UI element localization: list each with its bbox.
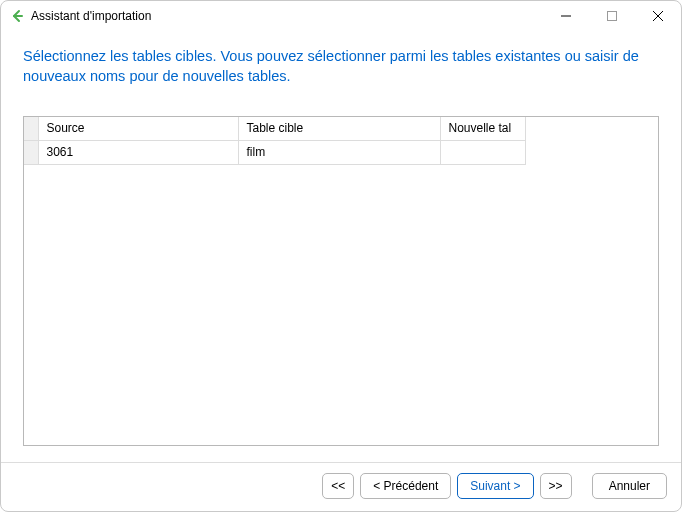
table-row[interactable]: 3061 film (24, 141, 525, 165)
row-marker-header (24, 117, 38, 141)
header-source[interactable]: Source (38, 117, 238, 141)
first-button[interactable]: << (322, 473, 354, 499)
cell-target[interactable]: film (238, 141, 440, 165)
wizard-footer: << < Précédent Suivant > >> Annuler (1, 462, 681, 511)
header-target[interactable]: Table cible (238, 117, 440, 141)
close-button[interactable] (635, 1, 681, 31)
cell-new-table[interactable] (440, 141, 525, 165)
titlebar: Assistant d'importation (1, 1, 681, 31)
app-icon (9, 8, 25, 24)
maximize-button[interactable] (589, 1, 635, 31)
row-marker[interactable] (24, 141, 38, 165)
cancel-button[interactable]: Annuler (592, 473, 667, 499)
mapping-table[interactable]: Source Table cible Nouvelle tal 3061 fil… (24, 117, 526, 165)
last-button[interactable]: >> (540, 473, 572, 499)
cell-source[interactable]: 3061 (38, 141, 238, 165)
instruction-text: Sélectionnez les tables cibles. Vous pou… (23, 47, 659, 86)
table-header-row: Source Table cible Nouvelle tal (24, 117, 525, 141)
window-title: Assistant d'importation (31, 9, 151, 23)
content-area: Sélectionnez les tables cibles. Vous pou… (1, 31, 681, 462)
import-wizard-window: Assistant d'importation Sélectionnez les… (0, 0, 682, 512)
minimize-button[interactable] (543, 1, 589, 31)
next-button[interactable]: Suivant > (457, 473, 533, 499)
window-controls (543, 1, 681, 31)
mapping-table-container: Source Table cible Nouvelle tal 3061 fil… (23, 116, 659, 446)
header-new-table[interactable]: Nouvelle tal (440, 117, 525, 141)
previous-button[interactable]: < Précédent (360, 473, 451, 499)
svg-rect-1 (608, 12, 617, 21)
